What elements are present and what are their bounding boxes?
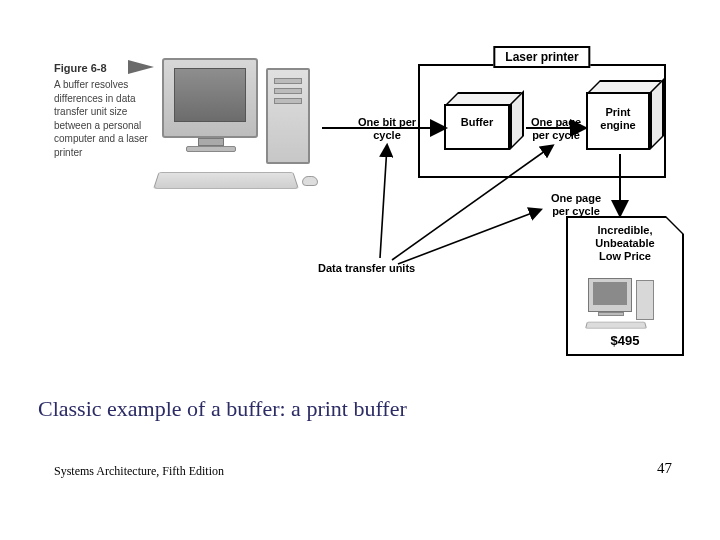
keyboard-icon [153, 172, 299, 189]
monitor-base-icon [186, 146, 236, 152]
label-one-page-per-cycle-1: One pageper cycle [520, 116, 592, 141]
data-transfer-units-label: Data transfer units [318, 262, 415, 274]
footer-source: Systems Architecture, Fifth Edition [54, 464, 224, 479]
print-engine-box: Printengine [586, 80, 666, 152]
flyer-price: $495 [568, 333, 682, 348]
buffer-box: Buffer [444, 92, 524, 150]
svg-line-6 [398, 210, 540, 264]
flyer-monitor-icon [588, 278, 632, 312]
svg-marker-0 [128, 60, 154, 74]
buffer-label: Buffer [444, 116, 510, 128]
monitor-stand-icon [198, 138, 224, 146]
monitor-icon [162, 58, 258, 138]
personal-computer-illustration [162, 58, 332, 198]
triangle-pointer-icon [128, 60, 160, 74]
label-one-bit-per-cycle: One bit percycle [350, 116, 424, 141]
flyer-headline: Incredible,UnbeatableLow Price [568, 224, 682, 264]
page-number: 47 [657, 460, 672, 477]
print-engine-label: Printengine [586, 106, 650, 131]
svg-line-4 [380, 146, 387, 258]
figure-caption-text: A buffer resolves differences in data tr… [54, 78, 154, 159]
laser-printer-title: Laser printer [493, 46, 590, 68]
figure-caption-block: Figure 6-8 A buffer resolves differences… [54, 62, 154, 159]
tower-icon [266, 68, 310, 164]
printed-flyer: Incredible,UnbeatableLow Price $495 [566, 216, 684, 356]
label-one-page-per-cycle-2: One pageper cycle [540, 192, 612, 217]
slide-caption: Classic example of a buffer: a print buf… [38, 396, 407, 422]
flyer-keyboard-icon [585, 322, 647, 329]
flyer-tower-icon [636, 280, 654, 320]
mouse-icon [302, 176, 318, 186]
